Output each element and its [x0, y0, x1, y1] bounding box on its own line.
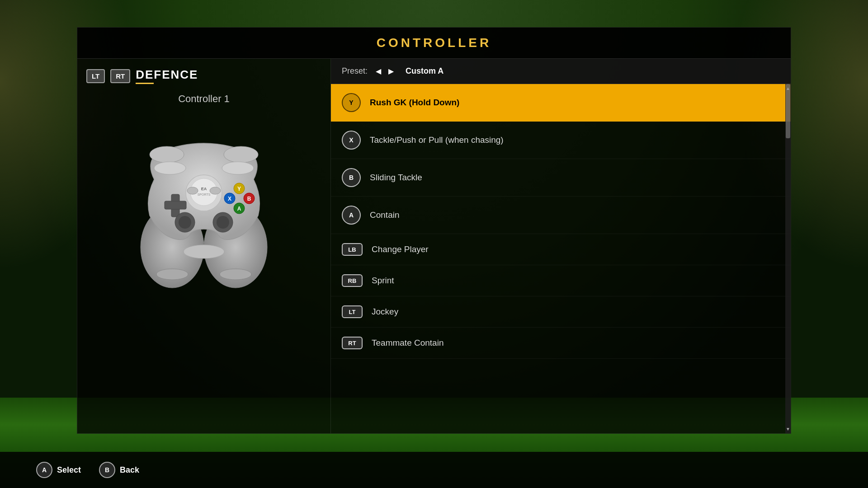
control-item[interactable]: XTackle/Push or Pull (when chasing) — [331, 122, 791, 159]
page-title: CONTROLLER — [77, 36, 791, 50]
svg-text:Y: Y — [237, 186, 241, 192]
control-item[interactable]: BSliding Tackle — [331, 159, 791, 197]
back-label: Back — [120, 465, 139, 475]
control-action-label: Change Player — [372, 244, 429, 254]
control-item[interactable]: RTTeammate Contain — [331, 328, 791, 359]
control-action-label: Jockey — [372, 307, 398, 317]
preset-bar: Preset: ◀ ▶ Custom A — [331, 59, 791, 84]
control-item[interactable]: YRush GK (Hold Down) — [331, 84, 791, 122]
button-badge-y: Y — [342, 93, 361, 112]
button-badge-b: B — [342, 168, 361, 187]
svg-point-24 — [210, 187, 221, 194]
svg-text:X: X — [228, 196, 231, 202]
control-item[interactable]: RBSprint — [331, 265, 791, 296]
select-label: Select — [57, 465, 81, 475]
mode-underline — [136, 83, 154, 84]
select-button-group: A Select — [36, 462, 81, 478]
preset-nav: ◀ ▶ — [373, 66, 396, 76]
controller-image: EA SPORTS Y — [118, 118, 290, 290]
control-action-label: Sprint — [372, 276, 394, 286]
scrollbar-thumb[interactable] — [786, 84, 790, 138]
preset-value: Custom A — [406, 66, 443, 76]
control-action-label: Sliding Tackle — [370, 173, 422, 183]
scrollbar[interactable]: ▲ ▼ — [785, 84, 791, 433]
back-button-group: B Back — [99, 462, 139, 478]
svg-text:SPORTS: SPORTS — [198, 193, 211, 196]
svg-point-15 — [217, 216, 229, 229]
button-badge-a: A — [342, 206, 361, 225]
bottom-bar: A Select B Back — [0, 452, 868, 488]
svg-point-25 — [187, 187, 198, 194]
a-button-badge: A — [36, 462, 52, 478]
button-badge-x: X — [342, 131, 361, 150]
control-action-label: Rush GK (Hold Down) — [370, 98, 459, 108]
svg-point-2 — [150, 146, 184, 163]
rt-badge: RT — [110, 69, 130, 83]
svg-point-3 — [224, 146, 258, 163]
left-panel: LT RT DEFENCE Controller 1 — [77, 59, 330, 433]
button-badge-lt: LT — [342, 305, 363, 318]
title-bar: CONTROLLER — [77, 28, 791, 59]
main-panel: CONTROLLER LT RT DEFENCE Controller 1 — [77, 27, 791, 434]
mode-header: LT RT DEFENCE — [86, 68, 198, 84]
svg-rect-11 — [165, 201, 186, 209]
preset-next-arrow[interactable]: ▶ — [386, 66, 396, 76]
preset-label: Preset: — [342, 66, 368, 76]
control-action-label: Contain — [370, 210, 400, 220]
right-panel: Preset: ◀ ▶ Custom A YRush GK (Hold Down… — [330, 59, 791, 433]
b-button-badge: B — [99, 462, 115, 478]
control-action-label: Teammate Contain — [372, 338, 443, 348]
controls-list: YRush GK (Hold Down)XTackle/Push or Pull… — [331, 84, 791, 433]
control-item[interactable]: LBChange Player — [331, 234, 791, 265]
svg-point-13 — [179, 216, 191, 229]
control-item[interactable]: AContain — [331, 197, 791, 234]
scroll-down-arrow[interactable]: ▼ — [786, 427, 790, 432]
preset-prev-arrow[interactable]: ◀ — [373, 66, 384, 76]
svg-point-26 — [156, 269, 188, 280]
control-item[interactable]: LTJockey — [331, 296, 791, 328]
svg-point-5 — [222, 162, 254, 174]
lt-badge: LT — [86, 69, 105, 83]
svg-point-27 — [220, 269, 251, 280]
svg-text:A: A — [237, 206, 241, 212]
controls-container: YRush GK (Hold Down)XTackle/Push or Pull… — [331, 84, 791, 359]
svg-point-28 — [184, 245, 224, 258]
button-badge-rb: RB — [342, 274, 363, 287]
control-action-label: Tackle/Push or Pull (when chasing) — [370, 135, 504, 145]
button-badge-rt: RT — [342, 337, 363, 349]
content-area: LT RT DEFENCE Controller 1 — [77, 59, 791, 433]
mode-title: DEFENCE — [136, 68, 198, 82]
svg-text:B: B — [247, 196, 251, 202]
button-badge-lb: LB — [342, 243, 363, 256]
svg-point-4 — [154, 162, 186, 174]
svg-text:EA: EA — [201, 187, 207, 191]
controller-name: Controller 1 — [178, 93, 230, 105]
